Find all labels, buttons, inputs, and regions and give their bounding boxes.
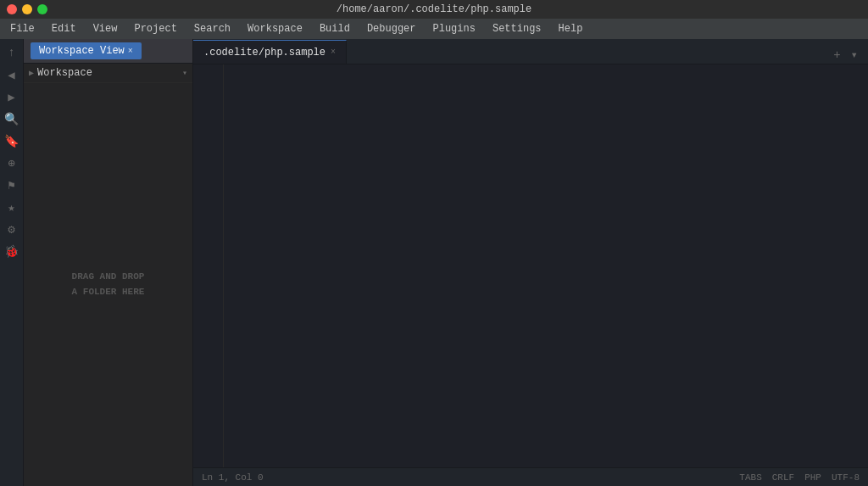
tab-bar: .codelite/php.sample × + ▾ bbox=[193, 39, 868, 64]
bug-icon[interactable]: 🐞 bbox=[2, 241, 22, 261]
menu-settings[interactable]: Settings bbox=[486, 21, 548, 36]
workspace-tree-label: Workspace bbox=[37, 67, 182, 79]
workspace-tab-label: Workspace View bbox=[39, 45, 125, 57]
status-right: TABS CRLF PHP UTF-8 bbox=[739, 472, 860, 483]
menu-file[interactable]: File bbox=[3, 21, 42, 36]
bookmark-icon[interactable]: 🔖 bbox=[2, 131, 22, 151]
forward-icon[interactable]: ▶ bbox=[2, 87, 22, 107]
workspace-panel-header: Workspace View × bbox=[24, 39, 192, 64]
workspace-panel: Workspace View × ▶ Workspace ▾ DRAG AND … bbox=[24, 39, 193, 486]
eol-type[interactable]: CRLF bbox=[772, 472, 794, 483]
cursor-icon[interactable]: ⊕ bbox=[2, 153, 22, 173]
menu-workspace[interactable]: Workspace bbox=[241, 21, 309, 36]
editor-content bbox=[193, 64, 868, 467]
status-bar: Ln 1, Col 0 TABS CRLF PHP UTF-8 bbox=[193, 467, 868, 486]
window-title: /home/aaron/.codelite/php.sample bbox=[337, 3, 531, 15]
tab-close-button[interactable]: × bbox=[331, 47, 336, 57]
add-tab-button[interactable]: + bbox=[830, 47, 843, 64]
encoding[interactable]: UTF-8 bbox=[832, 472, 860, 483]
titlebar: /home/aaron/.codelite/php.sample bbox=[0, 0, 868, 19]
main-layout: ↑ ◀ ▶ 🔍 🔖 ⊕ ⚑ ★ ⚙ 🐞 Workspace View × ▶ W… bbox=[0, 39, 868, 486]
window-controls bbox=[7, 4, 47, 14]
editor-tab-php-sample[interactable]: .codelite/php.sample × bbox=[193, 40, 347, 64]
indent-type[interactable]: TABS bbox=[739, 472, 761, 483]
workspace-tab[interactable]: Workspace View × bbox=[31, 42, 142, 59]
workspace-tree-header: ▶ Workspace ▾ bbox=[24, 64, 192, 83]
menu-plugins[interactable]: Plugins bbox=[426, 21, 482, 36]
upload-icon[interactable]: ↑ bbox=[2, 42, 22, 63]
menu-view[interactable]: View bbox=[86, 21, 125, 36]
close-window-button[interactable] bbox=[7, 4, 17, 14]
code-area[interactable] bbox=[224, 64, 868, 467]
language[interactable]: PHP bbox=[804, 472, 821, 483]
menu-project[interactable]: Project bbox=[127, 21, 183, 36]
status-left: Ln 1, Col 0 bbox=[202, 472, 264, 483]
menu-debugger[interactable]: Debugger bbox=[360, 21, 423, 36]
tree-menu-icon[interactable]: ▾ bbox=[182, 68, 187, 78]
back-icon[interactable]: ◀ bbox=[2, 64, 22, 85]
star-icon[interactable]: ★ bbox=[2, 197, 22, 217]
search-icon[interactable]: 🔍 bbox=[2, 109, 22, 129]
menubar: File Edit View Project Search Workspace … bbox=[0, 19, 868, 39]
minimize-window-button[interactable] bbox=[22, 4, 32, 14]
menu-help[interactable]: Help bbox=[552, 21, 590, 36]
menu-edit[interactable]: Edit bbox=[45, 21, 83, 36]
tab-bar-actions: + ▾ bbox=[823, 46, 868, 64]
settings-icon[interactable]: ⚙ bbox=[2, 219, 22, 239]
tree-collapse-icon[interactable]: ▶ bbox=[29, 68, 34, 78]
cursor-position: Ln 1, Col 0 bbox=[202, 472, 264, 483]
tab-menu-button[interactable]: ▾ bbox=[848, 46, 861, 64]
editor-area: .codelite/php.sample × + ▾ Ln 1, Col 0 T… bbox=[193, 39, 868, 486]
maximize-window-button[interactable] bbox=[37, 4, 47, 14]
flag-icon[interactable]: ⚑ bbox=[2, 175, 22, 195]
line-numbers bbox=[193, 64, 224, 467]
tab-label: .codelite/php.sample bbox=[203, 47, 326, 59]
menu-build[interactable]: Build bbox=[313, 21, 357, 36]
drag-drop-label: DRAG AND DROP A FOLDER HERE bbox=[72, 270, 145, 299]
workspace-drop-area: DRAG AND DROP A FOLDER HERE bbox=[24, 83, 192, 486]
icon-rail: ↑ ◀ ▶ 🔍 🔖 ⊕ ⚑ ★ ⚙ 🐞 bbox=[0, 39, 24, 486]
menu-search[interactable]: Search bbox=[187, 21, 237, 36]
workspace-tab-close[interactable]: × bbox=[128, 47, 133, 56]
